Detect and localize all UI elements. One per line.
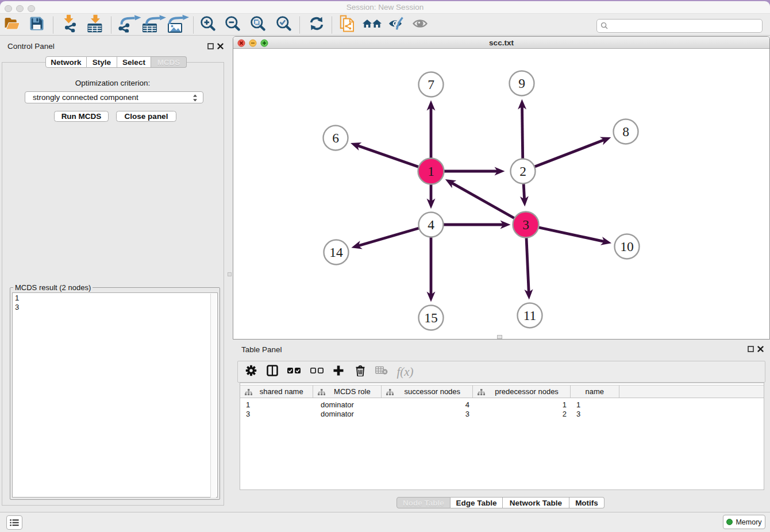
svg-text:3: 3 [522,217,529,232]
svg-text:14: 14 [329,245,343,260]
svg-text:10: 10 [620,239,634,254]
svg-text:1: 1 [428,164,434,179]
svg-text:6: 6 [332,130,339,145]
svg-text:8: 8 [622,124,629,139]
svg-text:7: 7 [428,77,434,92]
svg-text:9: 9 [518,76,525,91]
svg-text:11: 11 [523,308,537,323]
svg-text:4: 4 [428,217,434,232]
svg-text:15: 15 [424,310,438,325]
svg-text:2: 2 [519,164,526,179]
